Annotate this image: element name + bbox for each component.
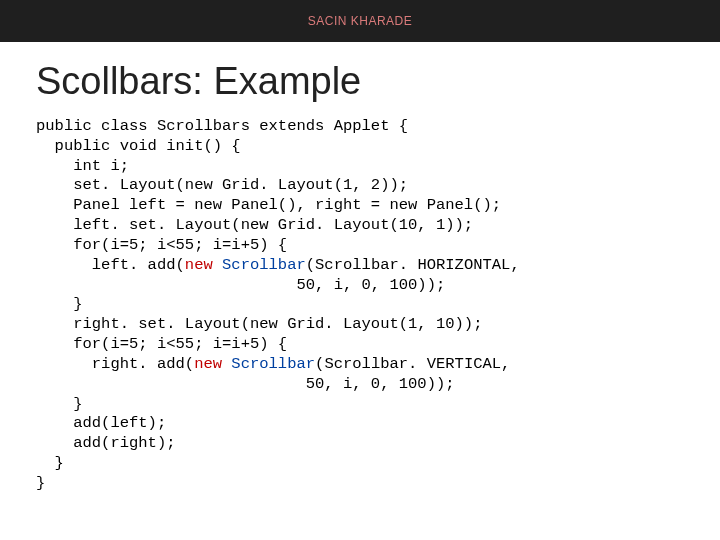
code-line: } (36, 474, 45, 492)
type-name: Scrollbar (222, 256, 306, 274)
code-line: public class Scrollbars extends Applet { (36, 117, 408, 135)
code-line: for(i=5; i<55; i=i+5) { (36, 236, 287, 254)
code-line: left. set. Layout(new Grid. Layout(10, 1… (36, 216, 473, 234)
slide-title: Scollbars: Example (0, 42, 720, 117)
code-line: add(left); (36, 414, 166, 432)
code-line: 50, i, 0, 100)); (36, 276, 445, 294)
code-line: } (36, 454, 64, 472)
code-line: int i; (36, 157, 129, 175)
code-line: left. add( (36, 256, 185, 274)
code-line: Panel left = new Panel(), right = new Pa… (36, 196, 501, 214)
keyword-new: new (194, 355, 231, 373)
author-label: SACIN KHARADE (308, 14, 413, 28)
code-line: right. add( (36, 355, 194, 373)
code-line: right. set. Layout(new Grid. Layout(1, 1… (36, 315, 482, 333)
code-line: add(right); (36, 434, 176, 452)
code-line: 50, i, 0, 100)); (36, 375, 455, 393)
code-line: } (36, 395, 83, 413)
code-line: public void init() { (36, 137, 241, 155)
code-line: set. Layout(new Grid. Layout(1, 2)); (36, 176, 408, 194)
keyword-new: new (185, 256, 222, 274)
type-name: Scrollbar (231, 355, 315, 373)
code-line: (Scrollbar. VERTICAL, (315, 355, 510, 373)
code-example: public class Scrollbars extends Applet {… (0, 117, 720, 494)
code-line: } (36, 295, 83, 313)
code-line: for(i=5; i<55; i=i+5) { (36, 335, 287, 353)
header-bar: SACIN KHARADE (0, 0, 720, 42)
code-line: (Scrollbar. HORIZONTAL, (306, 256, 520, 274)
